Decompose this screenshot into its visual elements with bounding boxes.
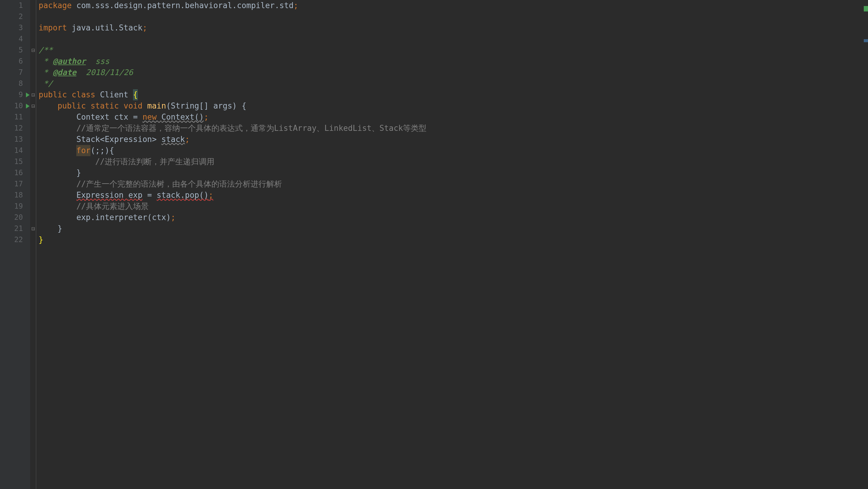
code-line[interactable]: import java.util.Stack; bbox=[39, 22, 868, 33]
line-number: 16 bbox=[14, 167, 23, 178]
gutter-row[interactable]: 20 bbox=[0, 212, 30, 223]
indent bbox=[39, 223, 58, 234]
gutter-row[interactable]: 21 bbox=[0, 223, 30, 234]
gutter-row[interactable]: 17 bbox=[0, 178, 30, 190]
status-marker-info-icon[interactable] bbox=[864, 39, 868, 42]
line-number: 17 bbox=[14, 178, 23, 190]
fold-icon[interactable] bbox=[32, 227, 35, 230]
import-path: java.util.Stack bbox=[72, 22, 143, 33]
code-line[interactable]: exp.interpreter(ctx); bbox=[39, 212, 868, 223]
type: Expression bbox=[76, 190, 128, 201]
gutter-row[interactable]: 7 bbox=[0, 67, 30, 78]
code-line[interactable]: for(;;){ bbox=[39, 145, 868, 156]
status-marker-ok-icon[interactable] bbox=[864, 6, 868, 11]
gutter-row[interactable]: 11 bbox=[0, 111, 30, 123]
gutter-row[interactable]: 15 bbox=[0, 156, 30, 167]
code-line[interactable]: /** bbox=[39, 44, 868, 56]
line-comment: //进行语法判断，并产生递归调用 bbox=[95, 156, 214, 167]
indent bbox=[39, 167, 76, 178]
modifiers: public class bbox=[39, 89, 100, 100]
fold-gutter bbox=[30, 0, 36, 489]
gutter-row[interactable]: 4 bbox=[0, 33, 30, 44]
semicolon: ; bbox=[185, 134, 190, 145]
gutter-row[interactable]: 2 bbox=[0, 11, 30, 22]
modifiers: public static bbox=[58, 100, 124, 111]
gutter-row[interactable]: 1 bbox=[0, 0, 30, 11]
params: (String[] args) { bbox=[166, 100, 246, 111]
semicolon: ; bbox=[204, 111, 209, 123]
javadoc-tag: @date bbox=[53, 67, 76, 78]
line-number: 7 bbox=[19, 67, 23, 78]
gutter-row[interactable]: 16 bbox=[0, 167, 30, 178]
run-icon[interactable] bbox=[26, 93, 30, 97]
semicolon: ; bbox=[171, 212, 176, 223]
constructor-call: Context() bbox=[161, 111, 204, 123]
gutter-row[interactable]: 5 bbox=[0, 44, 30, 56]
code-area[interactable]: package com.sss.design.pattern.behaviora… bbox=[36, 0, 868, 489]
code-line[interactable]: * @author sss bbox=[39, 56, 868, 67]
javadoc: */ bbox=[39, 78, 53, 89]
gutter-row[interactable]: 22 bbox=[0, 234, 30, 246]
code-line[interactable] bbox=[39, 11, 868, 22]
code-line[interactable]: Context ctx = new Context(); bbox=[39, 111, 868, 123]
javadoc-tag: @author bbox=[53, 56, 86, 67]
fold-icon[interactable] bbox=[32, 105, 35, 108]
line-number: 18 bbox=[14, 190, 23, 201]
gutter-row[interactable]: 8 bbox=[0, 78, 30, 89]
code-line[interactable]: public class Client { bbox=[39, 89, 868, 100]
fold-icon[interactable] bbox=[32, 49, 35, 52]
line-number: 12 bbox=[14, 123, 23, 134]
javadoc-star: * bbox=[39, 56, 53, 67]
line-number-gutter: 1 2 3 4 5 6 7 8 9 10 11 12 13 14 15 16 1… bbox=[0, 0, 30, 489]
semicolon: ; bbox=[209, 190, 214, 201]
equals: = bbox=[142, 190, 157, 201]
keyword-new: new bbox=[142, 111, 161, 123]
code-line[interactable]: } bbox=[39, 234, 868, 246]
code-line[interactable]: Stack<Expression> stack; bbox=[39, 134, 868, 145]
line-number: 20 bbox=[14, 212, 23, 223]
code-line[interactable]: //进行语法判断，并产生递归调用 bbox=[39, 156, 868, 167]
line-number: 6 bbox=[19, 56, 23, 67]
gutter-row[interactable]: 13 bbox=[0, 134, 30, 145]
code-line[interactable]: public static void main(String[] args) { bbox=[39, 100, 868, 111]
code-line[interactable]: //产生一个完整的语法树，由各个具体的语法分析进行解析 bbox=[39, 178, 868, 190]
run-icon[interactable] bbox=[26, 104, 30, 108]
line-comment: //产生一个完整的语法树，由各个具体的语法分析进行解析 bbox=[76, 178, 282, 190]
line-number: 13 bbox=[14, 134, 23, 145]
code-line[interactable]: package com.sss.design.pattern.behaviora… bbox=[39, 0, 868, 11]
brace-highlighted: { bbox=[133, 89, 138, 100]
gutter-row[interactable]: 12 bbox=[0, 123, 30, 134]
indent bbox=[39, 134, 76, 145]
gutter-row[interactable]: 9 bbox=[0, 89, 30, 100]
line-number: 11 bbox=[14, 111, 23, 123]
code-line[interactable]: */ bbox=[39, 78, 868, 89]
fold-icon[interactable] bbox=[32, 94, 35, 96]
code-line[interactable]: } bbox=[39, 223, 868, 234]
keyword-void: void bbox=[124, 100, 147, 111]
gutter-row[interactable]: 3 bbox=[0, 22, 30, 33]
gutter-row[interactable]: 14 bbox=[0, 145, 30, 156]
code-line[interactable]: * @date 2018/11/26 bbox=[39, 67, 868, 78]
gutter-row[interactable]: 18 bbox=[0, 190, 30, 201]
indent bbox=[39, 100, 58, 111]
error-stripe[interactable] bbox=[864, 0, 868, 489]
code-line[interactable]: } bbox=[39, 167, 868, 178]
method-call: stack.pop() bbox=[157, 190, 208, 201]
indent bbox=[39, 123, 76, 134]
code-line[interactable]: //具体元素进入场景 bbox=[39, 201, 868, 212]
code-line[interactable]: Expression exp = stack.pop(); bbox=[39, 190, 868, 201]
gutter-row[interactable]: 10 bbox=[0, 100, 30, 111]
code-editor: 1 2 3 4 5 6 7 8 9 10 11 12 13 14 15 16 1… bbox=[0, 0, 868, 489]
line-number: 21 bbox=[14, 223, 23, 234]
code-line[interactable] bbox=[39, 33, 868, 44]
indent bbox=[39, 190, 76, 201]
line-number: 14 bbox=[14, 145, 23, 156]
gutter-row[interactable]: 6 bbox=[0, 56, 30, 67]
gutter-row[interactable]: 19 bbox=[0, 201, 30, 212]
line-number: 4 bbox=[19, 33, 23, 44]
variable: stack bbox=[161, 134, 185, 145]
code-line[interactable]: //通常定一个语法容器，容纳一个具体的表达式，通常为ListArray、Link… bbox=[39, 123, 868, 134]
line-number: 2 bbox=[19, 11, 23, 22]
for-clause: (;;){ bbox=[91, 145, 114, 156]
method-call: exp.interpreter(ctx) bbox=[76, 212, 171, 223]
